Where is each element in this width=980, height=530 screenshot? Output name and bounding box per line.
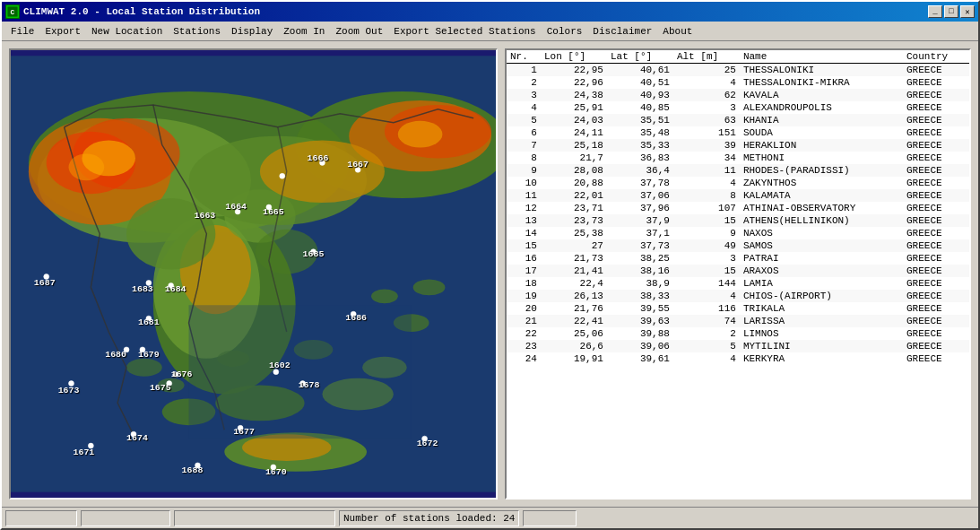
table-row[interactable]: 2122,4139,6374LARISSAGREECE <box>507 315 969 327</box>
table-row[interactable]: 821,736,8334METHONIGREECE <box>507 152 969 164</box>
svg-text:1678: 1678 <box>299 380 320 390</box>
menu-disclaimer[interactable]: Disclaimer <box>587 24 657 39</box>
table-row[interactable]: 222,9640,514THESSALONIKI-MIKRAGREECE <box>507 76 969 89</box>
svg-text:1684: 1684 <box>165 284 186 294</box>
svg-point-18 <box>260 141 385 203</box>
status-segment-4 <box>523 510 577 526</box>
svg-text:1672: 1672 <box>417 439 438 448</box>
table-row[interactable]: 1020,8837,784ZAKYNTHOSGREECE <box>507 177 969 189</box>
svg-text:1665: 1665 <box>263 207 284 217</box>
col-name: Name <box>740 50 903 64</box>
svg-text:1667: 1667 <box>347 160 369 169</box>
svg-text:1602: 1602 <box>269 361 291 370</box>
table-row[interactable]: 152737,7349SAMOSGREECE <box>507 239 969 252</box>
svg-rect-32 <box>189 305 412 439</box>
table-row[interactable]: 324,3840,9362KAVALAGREECE <box>507 89 969 101</box>
table-row[interactable]: 1122,0137,068KALAMATAGREECE <box>507 189 969 202</box>
status-segment-2 <box>81 510 170 526</box>
svg-point-28 <box>126 359 162 377</box>
svg-text:1664: 1664 <box>225 202 247 212</box>
table-row[interactable]: 524,0335,5163KHANIAGREECE <box>507 114 969 126</box>
title-controls: _ □ ✕ <box>928 5 975 18</box>
station-panel[interactable]: Nr. Lon [°] Lat [°] Alt [m] Name Country… <box>505 48 971 500</box>
table-row[interactable]: 2225,0639,882LIMNOSGREECE <box>507 327 969 340</box>
svg-text:1679: 1679 <box>138 350 160 360</box>
main-window: C CLIMWAT 2.0 - Local Station Distributi… <box>0 0 980 530</box>
menu-colors[interactable]: Colors <box>542 24 588 39</box>
terrain-svg: 1664 1666 1667 1663 1665 1685 1687 1683 … <box>11 50 496 498</box>
svg-text:1686: 1686 <box>345 313 367 323</box>
col-country: Country <box>903 50 969 64</box>
menu-export-selected[interactable]: Export Selected Stations <box>388 24 541 39</box>
svg-text:1675: 1675 <box>150 383 171 393</box>
table-row[interactable]: 425,9140,853ALEXANDROUPOLISGREECE <box>507 101 969 114</box>
svg-text:1680: 1680 <box>105 350 126 360</box>
svg-point-26 <box>371 289 398 303</box>
title-bar-left: C CLIMWAT 2.0 - Local Station Distributi… <box>5 4 260 19</box>
col-lon: Lon [°] <box>541 50 607 64</box>
map-panel[interactable]: 1664 1666 1667 1663 1665 1685 1687 1683 … <box>9 48 498 500</box>
col-nr: Nr. <box>507 50 541 64</box>
content-area: 1664 1666 1667 1663 1665 1685 1687 1683 … <box>2 41 978 507</box>
svg-text:1663: 1663 <box>195 211 216 221</box>
col-alt: Alt [m] <box>673 50 740 64</box>
status-segment-3 <box>174 510 335 526</box>
table-row[interactable]: 725,1835,3339HERAKLIONGREECE <box>507 139 969 152</box>
menu-bar: File Export New Location Stations Displa… <box>2 22 978 41</box>
table-row[interactable]: 2326,639,065MYTILINIGREECE <box>507 340 969 352</box>
app-icon: C <box>5 4 20 19</box>
minimize-button[interactable]: _ <box>928 5 942 18</box>
svg-text:1666: 1666 <box>308 153 329 163</box>
svg-text:1681: 1681 <box>138 317 160 327</box>
maximize-button[interactable]: □ <box>944 5 958 18</box>
svg-text:1674: 1674 <box>126 433 148 443</box>
menu-about[interactable]: About <box>657 24 698 39</box>
table-row[interactable]: 1621,7338,253PATRAIGREECE <box>507 252 969 265</box>
svg-text:1687: 1687 <box>34 278 56 288</box>
col-lat: Lat [°] <box>607 50 673 64</box>
menu-stations[interactable]: Stations <box>168 24 226 39</box>
menu-file[interactable]: File <box>5 24 39 39</box>
table-row[interactable]: 2419,9139,614KERKYRAGREECE <box>507 352 969 365</box>
svg-point-27 <box>413 279 446 295</box>
table-row[interactable]: 122,9540,6125THESSALONIKIGREECE <box>507 64 969 77</box>
svg-point-34 <box>69 153 105 180</box>
table-row[interactable]: 1926,1338,334CHIOS-(AIRPORT)GREECE <box>507 290 969 302</box>
table-row[interactable]: 624,1135,48151SOUDAGREECE <box>507 126 969 139</box>
table-row[interactable]: 1721,4138,1615ARAXOSGREECE <box>507 265 969 277</box>
table-row[interactable]: 1323,7337,915ATHENS(HELLINIKON)GREECE <box>507 214 969 227</box>
svg-text:1676: 1676 <box>171 369 193 379</box>
title-bar: C CLIMWAT 2.0 - Local Station Distributi… <box>2 2 978 22</box>
menu-display[interactable]: Display <box>226 24 278 39</box>
svg-text:1677: 1677 <box>233 427 255 437</box>
menu-zoom-in[interactable]: Zoom In <box>278 24 330 39</box>
table-row[interactable]: 1822,438,9144LAMIAGREECE <box>507 277 969 290</box>
station-table: Nr. Lon [°] Lat [°] Alt [m] Name Country… <box>507 50 969 365</box>
svg-text:1670: 1670 <box>265 467 287 477</box>
menu-export[interactable]: Export <box>39 24 86 39</box>
window-title: CLIMWAT 2.0 - Local Station Distribution <box>23 6 260 17</box>
table-row[interactable]: 1223,7137,96107ATHINAI-OBSERVATORYGREECE <box>507 202 969 214</box>
svg-text:1685: 1685 <box>303 249 325 259</box>
station-tbody: 122,9540,6125THESSALONIKIGREECE222,9640,… <box>507 64 969 366</box>
status-bar: Number of stations loaded: 24 <box>2 507 978 528</box>
table-row[interactable]: 928,0836,411RHODES-(PARADISSI)GREECE <box>507 164 969 177</box>
svg-text:C: C <box>11 8 15 16</box>
svg-point-36 <box>280 173 285 178</box>
svg-point-35 <box>398 121 443 148</box>
svg-text:1671: 1671 <box>74 447 95 457</box>
svg-text:1688: 1688 <box>182 465 204 475</box>
close-button[interactable]: ✕ <box>960 5 975 18</box>
menu-zoom-out[interactable]: Zoom Out <box>330 24 388 39</box>
table-row[interactable]: 1425,3837,19NAXOSGREECE <box>507 227 969 239</box>
table-row[interactable]: 2021,7639,55116TRIKALAGREECE <box>507 302 969 315</box>
status-message: Number of stations loaded: 24 <box>339 510 519 526</box>
menu-new-location[interactable]: New Location <box>86 24 168 39</box>
svg-text:1673: 1673 <box>58 386 80 395</box>
status-segment-1 <box>5 510 77 526</box>
svg-text:1683: 1683 <box>132 284 153 294</box>
